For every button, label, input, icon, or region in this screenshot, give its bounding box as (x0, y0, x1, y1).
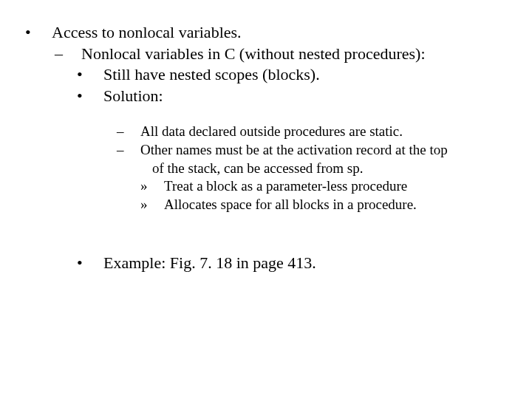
raquo-icon: » (152, 196, 164, 214)
bullet-static-data: –All data declared outside procedures ar… (140, 123, 495, 141)
text-solution: Solution: (103, 86, 163, 105)
disc-icon: • (38, 22, 52, 44)
bullet-access-nonlocal: •Access to nonlocal variables. (52, 22, 495, 44)
text-nonlocal-c: Nonlocal variables in C (without nested … (81, 44, 426, 63)
spacer (37, 214, 495, 253)
text-access: Access to nonlocal variables. (52, 23, 242, 41)
text-nested-scopes: Still have nested scopes (blocks). (103, 65, 320, 83)
text-allocates: Allocates space for all blocks in a proc… (164, 197, 417, 212)
disc-icon: • (90, 253, 103, 274)
bullet-other-names: –Other names must be at the activation r… (140, 141, 495, 177)
endash-icon: – (68, 44, 81, 65)
text-treat-block: Treat a block as a parameter-less proced… (164, 178, 407, 194)
raquo-icon: » (152, 177, 164, 196)
spacer (37, 106, 495, 123)
bullet-nonlocal-c: –Nonlocal variables in C (without nested… (81, 44, 495, 65)
text-static-data: All data declared outside procedures are… (140, 123, 403, 139)
bullet-example: •Example: Fig. 7. 18 in page 413. (103, 253, 495, 274)
bullet-nested-scopes: •Still have nested scopes (blocks). (103, 64, 495, 86)
bullet-treat-block: »Treat a block as a parameter-less proce… (164, 177, 495, 196)
text-example: Example: Fig. 7. 18 in page 413. (103, 253, 316, 272)
endash-icon: – (129, 123, 140, 141)
endash-icon: – (129, 141, 140, 160)
bullet-allocates: »Allocates space for all blocks in a pro… (164, 196, 495, 214)
disc-icon: • (90, 64, 103, 86)
disc-icon: • (90, 86, 103, 107)
text-other-names: Other names must be at the activation re… (140, 142, 448, 176)
bullet-solution: •Solution: (103, 86, 495, 107)
